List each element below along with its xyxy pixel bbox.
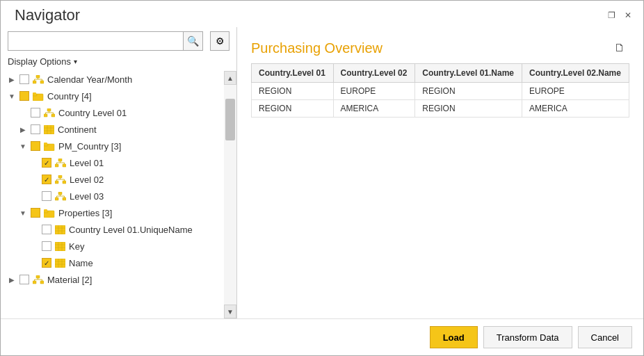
expand-arrow-continent[interactable]: ▶ (17, 124, 29, 135)
checkbox-properties[interactable] (31, 208, 40, 218)
checkbox-name[interactable]: ✓ (42, 258, 51, 268)
preview-options-button[interactable]: 🗋 (610, 38, 629, 58)
main-content: 🔍 ⚙ Display Options ▾ ▶ (1, 27, 643, 318)
data-table: Country.Level 01Country.Level 02Country.… (251, 63, 629, 118)
display-options[interactable]: Display Options ▾ (1, 55, 236, 71)
hierarchy-icon (44, 108, 55, 118)
checkbox-country[interactable] (19, 91, 29, 101)
cell-1-1: AMERICA (333, 100, 415, 118)
expand-arrow-country[interactable]: ▼ (6, 90, 17, 102)
tree-item-country-level01-unique[interactable]: Country Level 01.UniqueName (1, 221, 224, 238)
search-bar: 🔍 ⚙ (1, 27, 236, 55)
cancel-button[interactable]: Cancel (578, 326, 632, 348)
checkbox-level03[interactable] (42, 191, 51, 201)
tree-item-material[interactable]: ▶ Material [2] (1, 271, 224, 288)
tree-item-calendar[interactable]: ▶ Calendar Year/Month (1, 71, 224, 88)
navigator-dialog: Navigator ❐ ✕ 🔍 ⚙ Display Options ▾ (0, 0, 644, 356)
svg-rect-27 (63, 164, 66, 167)
checkbox-key[interactable] (42, 241, 51, 251)
hierarchy-icon (33, 75, 44, 84)
tree-item-level03[interactable]: Level 03 (1, 188, 224, 204)
svg-rect-54 (55, 242, 65, 251)
expand-arrow-level02 (29, 174, 40, 185)
expand-arrow-material[interactable]: ▶ (6, 274, 17, 285)
transform-data-button[interactable]: Transform Data (483, 326, 572, 348)
tree-container: ▶ Calendar Year/Month▼ Country [4] (1, 71, 236, 318)
tree-item-properties[interactable]: ▼ Properties [3] (1, 204, 224, 221)
col-header-2: Country.Level 01.Name (415, 64, 522, 83)
display-options-arrow-icon: ▾ (74, 58, 77, 65)
svg-rect-25 (58, 159, 62, 161)
label-level01: Level 01 (70, 158, 104, 168)
svg-rect-33 (55, 181, 58, 184)
expand-arrow-name (29, 257, 40, 268)
preview-icon: 🗋 (614, 42, 625, 54)
label-calendar: Calendar Year/Month (47, 74, 132, 85)
hierarchy-icon (55, 192, 66, 201)
svg-rect-32 (58, 175, 62, 178)
table-icon (55, 242, 65, 251)
tree-item-country-level01[interactable]: Country Level 01 (1, 104, 224, 121)
label-material: Material [2] (47, 275, 92, 285)
scroll-up-button[interactable]: ▲ (224, 71, 236, 85)
table-header-row: Country.Level 01Country.Level 02Country.… (252, 64, 629, 83)
label-continent: Continent (58, 124, 97, 135)
hierarchy-icon (55, 175, 66, 184)
tree-item-level01[interactable]: ✓ Level 01 (1, 154, 224, 171)
tree-item-level02[interactable]: ✓ Level 02 (1, 171, 224, 188)
restore-button[interactable]: ❐ (604, 8, 618, 22)
checkbox-country-level01[interactable] (31, 108, 40, 118)
scroll-down-button[interactable]: ▼ (224, 305, 236, 318)
label-properties: Properties [3] (58, 208, 112, 218)
expand-arrow-properties[interactable]: ▼ (17, 207, 29, 218)
expand-arrow-pm-country[interactable]: ▼ (17, 140, 29, 152)
col-header-3: Country.Level 02.Name (522, 64, 629, 83)
search-input[interactable] (8, 31, 184, 51)
svg-rect-66 (40, 281, 44, 284)
tree-item-pm-country[interactable]: ▼ PM_Country [3] (1, 138, 224, 154)
svg-rect-65 (33, 281, 36, 284)
scroll-track (224, 85, 236, 305)
label-country: Country [4] (47, 91, 92, 102)
label-level03: Level 03 (70, 191, 104, 202)
expand-arrow-calendar[interactable]: ▶ (6, 74, 17, 85)
checkbox-calendar[interactable] (19, 74, 29, 84)
tree-item-key[interactable]: Key (1, 238, 224, 254)
svg-rect-34 (63, 181, 66, 184)
hierarchy-icon (55, 159, 66, 168)
table-icon (44, 125, 54, 134)
window-controls: ❐ ✕ (604, 8, 635, 22)
table-icon (55, 225, 65, 234)
label-country-level01-unique: Country Level 01.UniqueName (69, 225, 193, 235)
checkbox-material[interactable] (19, 275, 29, 284)
svg-rect-64 (36, 275, 40, 278)
label-name: Name (69, 258, 93, 268)
tree-item-continent[interactable]: ▶ Continent (1, 121, 224, 138)
table-row[interactable]: REGIONAMERICAREGIONAMERICA (252, 100, 629, 118)
options-icon: ⚙ (216, 35, 225, 47)
svg-rect-24 (44, 143, 47, 145)
close-button[interactable]: ✕ (621, 8, 635, 22)
svg-rect-10 (47, 108, 51, 111)
checkbox-level02[interactable]: ✓ (42, 175, 51, 184)
svg-rect-11 (44, 114, 47, 117)
preview-header: Purchasing Overview 🗋 (237, 27, 643, 63)
table-row[interactable]: REGIONEUROPEREGIONEUROPE (252, 83, 629, 100)
svg-rect-9 (33, 92, 36, 95)
svg-rect-17 (44, 125, 54, 134)
search-button[interactable]: 🔍 (184, 31, 203, 51)
expand-arrow-country-level01-unique (29, 224, 40, 235)
checkbox-country-level01-unique[interactable] (42, 225, 51, 234)
dialog-title: Navigator (15, 6, 80, 24)
options-button[interactable]: ⚙ (210, 31, 230, 51)
checkbox-continent[interactable] (31, 124, 40, 134)
label-pm-country: PM_Country [3] (58, 141, 121, 152)
label-country-level01: Country Level 01 (58, 108, 127, 118)
load-button[interactable]: Load (430, 326, 478, 348)
checkbox-level01[interactable]: ✓ (42, 158, 51, 168)
checkbox-pm-country[interactable] (31, 141, 40, 151)
table-icon (55, 259, 65, 268)
tree-item-country[interactable]: ▼ Country [4] (1, 88, 224, 104)
tree-item-name[interactable]: ✓ Name (1, 254, 224, 271)
scroll-thumb[interactable] (225, 99, 235, 140)
